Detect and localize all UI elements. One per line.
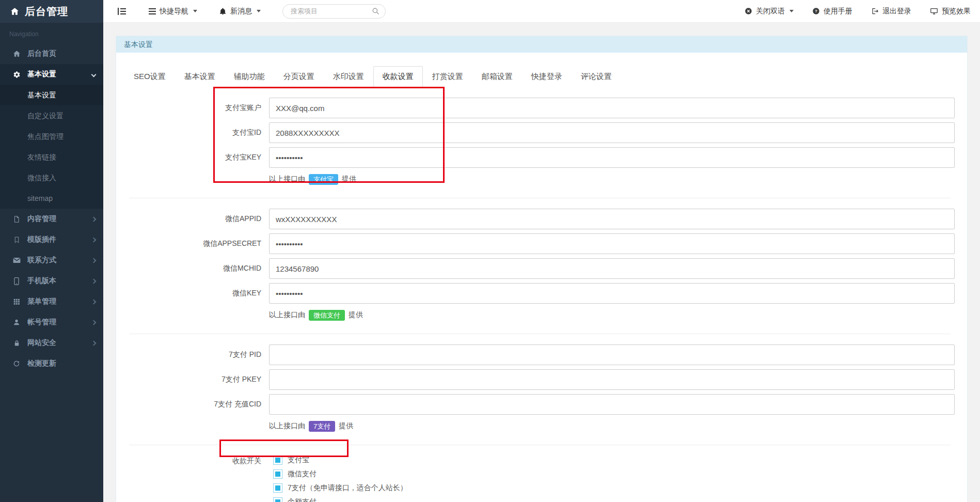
- caret-down-icon: [789, 10, 794, 12]
- sidebar-subitem-wechat-access[interactable]: 微信接入: [0, 167, 103, 188]
- quick-nav-label: 快捷导航: [160, 7, 188, 16]
- sign-out-icon: [871, 7, 879, 15]
- payment-switch-section: 收款开关 支付宝 微信支付: [124, 456, 955, 502]
- switch-wechat-pay[interactable]: 微信支付: [273, 469, 407, 479]
- sidebar-subitem-friend-links[interactable]: 友情链接: [0, 147, 103, 167]
- provider-note-wechat: 以上接口由 微信支付 提供: [269, 308, 955, 321]
- wechat-key-input[interactable]: [269, 283, 955, 304]
- switch-balance-pay[interactable]: 余额支付: [273, 497, 407, 502]
- search-icon[interactable]: [372, 7, 380, 15]
- document-icon: [10, 215, 23, 223]
- sidebar-toggle-icon[interactable]: [118, 8, 126, 15]
- switch-alipay[interactable]: 支付宝: [273, 456, 407, 465]
- sidebar-subitem-basic-settings[interactable]: 基本设置: [0, 85, 103, 105]
- sidebar-item-dashboard[interactable]: 后台首页: [0, 43, 103, 64]
- user-icon: [10, 319, 23, 326]
- sidebar-item-basic-settings[interactable]: 基本设置: [0, 64, 103, 85]
- alipay-key-label: 支付宝KEY: [124, 153, 269, 162]
- logout-link[interactable]: 退出登录: [871, 7, 911, 16]
- close-bilingual-menu[interactable]: 关闭双语: [745, 7, 794, 16]
- refresh-icon: [10, 360, 23, 367]
- section-divider: [129, 198, 951, 198]
- wechat-appsecret-input[interactable]: [269, 233, 955, 254]
- checkbox-checked-icon[interactable]: [273, 456, 282, 465]
- tab-seo[interactable]: SEO设置: [124, 66, 175, 87]
- sidebar-section-label: Navigation: [0, 23, 103, 43]
- chevron-right-icon: [91, 278, 97, 284]
- close-bilingual-label: 关闭双语: [756, 7, 785, 16]
- form-row: 微信APPSECRET: [124, 233, 955, 254]
- grid-icon: [10, 298, 23, 305]
- chevron-right-icon: [91, 237, 97, 242]
- sidebar-item-content[interactable]: 内容管理: [0, 209, 103, 229]
- settings-tabs: SEO设置 基本设置 辅助功能 分页设置 水印设置 收款设置 打赏设置 邮箱设置…: [124, 66, 955, 87]
- sidebar-group-basic-settings: 基本设置 基本设置 自定义设置 焦点图管理 友情链接 微信接入 sitemap: [0, 64, 103, 209]
- sidebar-item-templates[interactable]: 模版插件: [0, 229, 103, 250]
- sidebar-subitem-focus-images[interactable]: 焦点图管理: [0, 126, 103, 147]
- checkbox-checked-icon[interactable]: [273, 469, 282, 479]
- messages-menu[interactable]: 新消息: [219, 7, 261, 16]
- qpay-pid-input[interactable]: [269, 344, 955, 365]
- logout-label: 退出登录: [882, 7, 911, 16]
- alipay-key-input[interactable]: [269, 147, 955, 168]
- gear-icon: [10, 71, 23, 79]
- app-logo[interactable]: 后台管理: [0, 0, 103, 23]
- payment-settings-form: 支付宝账户 支付宝ID 支付宝KEY 以上接口由 支付宝 提供: [124, 98, 955, 502]
- form-row: 支付宝ID: [124, 122, 955, 143]
- checkbox-checked-icon[interactable]: [273, 483, 282, 493]
- tab-watermark[interactable]: 水印设置: [324, 66, 373, 87]
- quick-nav-menu[interactable]: 快捷导航: [149, 7, 197, 16]
- sidebar-subitem-sitemap[interactable]: sitemap: [0, 188, 103, 209]
- wechat-appid-input[interactable]: [269, 209, 955, 229]
- chevron-right-icon: [91, 299, 97, 304]
- tab-comments[interactable]: 评论设置: [572, 66, 621, 87]
- sidebar-item-check-update[interactable]: 检测更新: [0, 353, 103, 374]
- wechat-mchid-input[interactable]: [269, 258, 955, 279]
- manual-link[interactable]: ? 使用手册: [812, 7, 852, 16]
- provider-note-qpay: 以上接口由 7支付 提供: [269, 419, 955, 432]
- lock-icon: [10, 339, 23, 347]
- preview-link[interactable]: 预览效果: [930, 7, 971, 16]
- provider-badge-alipay: 支付宝: [309, 174, 338, 185]
- alipay-account-input[interactable]: [269, 98, 955, 118]
- checkbox-checked-icon[interactable]: [273, 497, 282, 502]
- sidebar-item-mobile[interactable]: 手机版本: [0, 271, 103, 291]
- search-input[interactable]: [282, 4, 386, 19]
- form-row: 支付宝账户: [124, 98, 955, 118]
- form-row: 7支付 PKEY: [124, 369, 955, 390]
- caret-down-icon: [193, 10, 197, 12]
- switch-qpay[interactable]: 7支付（免申请接口，适合个人站长）: [273, 483, 407, 493]
- wechat-appid-label: 微信APPID: [124, 214, 269, 224]
- form-row: 支付宝KEY: [124, 147, 955, 168]
- wechat-appsecret-label: 微信APPSECRET: [124, 239, 269, 248]
- section-divider: [129, 334, 951, 334]
- mobile-icon: [10, 277, 23, 285]
- tab-basic[interactable]: 基本设置: [175, 66, 225, 87]
- sidebar-subitem-custom-settings[interactable]: 自定义设置: [0, 105, 103, 126]
- bell-icon: [219, 7, 227, 15]
- sidebar-item-security[interactable]: 网站安全: [0, 333, 103, 353]
- qpay-pkey-label: 7支付 PKEY: [124, 375, 269, 384]
- form-row: 7支付 PID: [124, 344, 955, 365]
- panel-title: 基本设置: [116, 36, 967, 53]
- tab-assist[interactable]: 辅助功能: [225, 66, 274, 87]
- chevron-right-icon: [91, 320, 97, 325]
- sidebar-item-accounts[interactable]: 帐号管理: [0, 312, 103, 333]
- tab-pagination[interactable]: 分页设置: [274, 66, 324, 87]
- tab-reward[interactable]: 打赏设置: [423, 66, 472, 87]
- qpay-pkey-input[interactable]: [269, 369, 955, 390]
- caret-down-icon: [257, 10, 261, 12]
- wechat-key-label: 微信KEY: [124, 289, 269, 298]
- qpay-cid-input[interactable]: [269, 394, 955, 415]
- app-title: 后台管理: [25, 5, 68, 19]
- sidebar: Navigation 后台首页 基本设置 基本设置 自定义设置 焦点图管理 友情…: [0, 23, 103, 502]
- form-row: 7支付 充值CID: [124, 394, 955, 415]
- alipay-id-input[interactable]: [269, 122, 955, 143]
- chevron-right-icon: [91, 340, 97, 346]
- tab-quick-login[interactable]: 快捷登录: [522, 66, 572, 87]
- tab-payment[interactable]: 收款设置: [373, 66, 423, 87]
- qpay-pid-label: 7支付 PID: [124, 350, 269, 359]
- tab-email[interactable]: 邮箱设置: [472, 66, 522, 87]
- sidebar-item-menus[interactable]: 菜单管理: [0, 291, 103, 312]
- sidebar-item-contact[interactable]: 联系方式: [0, 250, 103, 271]
